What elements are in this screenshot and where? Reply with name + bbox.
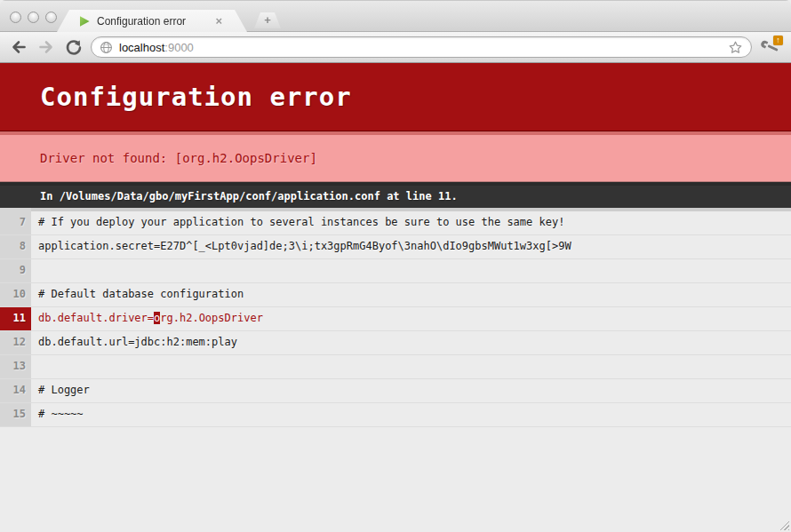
new-tab-button[interactable]: + — [254, 12, 281, 28]
code-text-after-marker: rg.h2.OopsDriver — [160, 312, 263, 324]
code-text: application.secret=E27D^[_<Lpt0vjad]de;3… — [31, 235, 791, 258]
url-port: :9000 — [164, 41, 194, 54]
code-line-10: 10 # Default database configuration — [0, 283, 791, 307]
line-number: 7 — [0, 208, 31, 234]
browser-window: Configuration error × + — [0, 0, 791, 532]
line-number: 15 — [0, 403, 31, 426]
browser-tab[interactable]: Configuration error × — [57, 10, 247, 32]
resize-grip-icon[interactable] — [778, 519, 789, 530]
tab-strip: Configuration error × + — [0, 0, 791, 32]
bookmark-star-button[interactable] — [728, 40, 743, 55]
forward-button[interactable] — [36, 36, 57, 58]
error-location-bar: In /Volumes/Data/gbo/myFirstApp/conf/app… — [0, 182, 791, 208]
url-host: localhost — [119, 41, 164, 54]
code-line-11-error: 11 db.default.driver=org.h2.OopsDriver — [0, 307, 791, 331]
zoom-window-button[interactable] — [45, 12, 57, 23]
url-text: localhost:9000 — [119, 41, 194, 54]
navigation-toolbar: localhost:9000 ↑ — [0, 32, 791, 63]
line-number: 11 — [0, 307, 31, 330]
tab-close-icon[interactable]: × — [215, 15, 222, 27]
star-icon — [728, 40, 743, 55]
code-text — [31, 259, 791, 282]
code-line-7: 7 # If you deploy your application to se… — [0, 208, 791, 235]
code-text: # If you deploy your application to seve… — [31, 208, 791, 234]
globe-icon — [100, 41, 113, 54]
code-line-14: 14 # Logger — [0, 379, 791, 403]
line-number: 14 — [0, 379, 31, 402]
code-line-12: 12 db.default.url=jdbc:h2:mem:play — [0, 331, 791, 355]
update-badge-icon: ↑ — [773, 36, 783, 45]
arrow-right-icon — [37, 38, 55, 56]
line-number: 12 — [0, 331, 31, 354]
reload-icon — [65, 38, 83, 56]
page-title: Configuration error — [0, 63, 791, 131]
code-text: # ~~~~~ — [31, 403, 791, 426]
code-line-9: 9 — [0, 259, 791, 283]
error-page: Configuration error Driver not found: [o… — [0, 63, 791, 427]
window-controls — [10, 12, 57, 23]
code-text: db.default.url=jdbc:h2:mem:play — [31, 331, 791, 354]
line-number: 9 — [0, 259, 31, 282]
code-line-15: 15 # ~~~~~ — [0, 403, 791, 427]
close-window-button[interactable] — [10, 12, 21, 23]
line-number: 13 — [0, 355, 31, 378]
code-listing: 7 # If you deploy your application to se… — [0, 208, 791, 427]
code-text: # Logger — [31, 379, 791, 402]
code-text — [31, 355, 791, 378]
minimize-window-button[interactable] — [28, 12, 39, 23]
error-detail: Driver not found: [org.h2.OopsDriver] — [0, 131, 791, 182]
plus-icon: + — [264, 14, 271, 27]
tab-title: Configuration error — [97, 15, 186, 28]
back-button[interactable] — [8, 36, 29, 58]
address-bar[interactable]: localhost:9000 — [91, 36, 752, 58]
arrow-left-icon — [10, 38, 28, 56]
code-text: db.default.driver=org.h2.OopsDriver — [31, 307, 791, 330]
reload-button[interactable] — [63, 36, 84, 58]
play-favicon-icon — [78, 15, 91, 28]
wrench-menu-button[interactable]: ↑ — [758, 36, 783, 59]
code-line-8: 8 application.secret=E27D^[_<Lpt0vjad]de… — [0, 235, 791, 259]
line-number: 10 — [0, 283, 31, 306]
code-text-before-marker: db.default.driver= — [38, 312, 154, 324]
line-number: 8 — [0, 235, 31, 258]
code-text: # Default database configuration — [31, 283, 791, 306]
code-line-13: 13 — [0, 355, 791, 379]
